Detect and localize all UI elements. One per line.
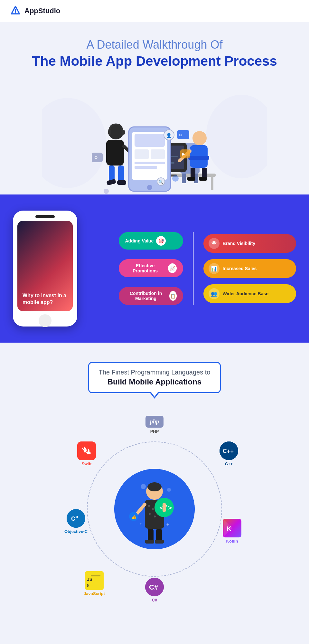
why-right: 👁 Brand Visibility 📊 Increased Sales 👥 W…: [197, 232, 296, 305]
pill-contribution-marketing: Contribution in Marketing 📋: [119, 287, 183, 305]
svg-text:JS: JS: [87, 577, 92, 582]
swift-icon: [77, 441, 96, 460]
brand-visibility-label: Brand Visibility: [223, 241, 256, 246]
phone-mockup: Why to invest in a mobile app?: [13, 211, 77, 327]
csharp-label: C#: [152, 598, 157, 602]
svg-point-61: [148, 505, 150, 507]
phone-screen-text: Why to invest in a mobile app?: [23, 292, 68, 306]
svg-rect-26: [199, 177, 207, 181]
why-content: Adding Value 🎯 Effective Promotions 📈 Co…: [90, 232, 296, 305]
svg-rect-22: [188, 156, 209, 160]
svg-rect-42: [135, 162, 165, 164]
svg-text:C#: C#: [149, 583, 158, 591]
swift-label: Swift: [81, 461, 91, 466]
logo-icon: [10, 5, 21, 17]
pill-brand-visibility: 👁 Brand Visibility: [203, 234, 296, 253]
hero-title-bold: The Mobile App Development Process: [6, 53, 303, 69]
lang-swift: Swift: [77, 441, 96, 466]
increased-sales-label: Increased Sales: [223, 266, 257, 271]
contribution-marketing-icon: 📋: [169, 291, 177, 301]
brand-visibility-icon: 👁: [209, 238, 220, 249]
csharp-icon: C#: [145, 578, 164, 596]
svg-text:C: C: [71, 516, 75, 522]
svg-point-54: [104, 189, 109, 194]
lang-diagram: </> 👍 ✦ ✦ php: [58, 412, 251, 606]
pill-adding-value: Adding Value 🎯: [119, 232, 183, 250]
svg-rect-25: [187, 177, 195, 181]
pill-effective-promotions: Effective Promotions 📈: [119, 259, 183, 277]
svg-text:▶: ▶: [182, 152, 185, 156]
logo-text: AppStudio: [24, 7, 60, 15]
svg-rect-35: [117, 180, 126, 185]
kotlin-icon: K: [223, 519, 241, 537]
lang-kotlin: K Kotlin: [223, 519, 241, 544]
adding-value-label: Adding Value: [125, 238, 154, 243]
pill-wider-audience: 👥 Wider Audience Base: [203, 284, 296, 303]
svg-text:👍: 👍: [131, 514, 137, 520]
lang-section: The Finest Programming Languages to Buil…: [0, 343, 309, 619]
svg-rect-39: [135, 134, 165, 147]
svg-point-64: [149, 513, 151, 515]
adding-value-icon: 🎯: [156, 236, 166, 246]
increased-sales-icon: 📊: [209, 263, 220, 274]
svg-point-59: [147, 482, 162, 491]
js-icon: JS 5: [85, 571, 104, 590]
hero-section: A Detailed Walkthrough Of The Mobile App…: [0, 22, 309, 194]
lang-title-bold: Build Mobile Applications: [99, 377, 211, 386]
svg-point-4: [206, 95, 267, 178]
contribution-marketing-label: Contribution in Marketing: [125, 291, 167, 301]
php-icon: php: [145, 416, 164, 428]
svg-point-3: [42, 98, 106, 188]
svg-text:👤: 👤: [166, 133, 172, 138]
lang-php: php PHP: [145, 416, 164, 434]
svg-text:C++: C++: [223, 448, 234, 454]
lang-title-box: The Finest Programming Languages to Buil…: [88, 362, 221, 393]
svg-rect-7: [211, 177, 213, 190]
svg-text:⚙: ⚙: [94, 155, 98, 160]
php-label: PHP: [150, 429, 159, 434]
svg-text:5: 5: [87, 584, 89, 587]
svg-point-20: [192, 131, 207, 145]
hero-illustration: </>: [42, 79, 267, 194]
why-divider: [193, 232, 194, 305]
svg-point-77: [167, 488, 171, 492]
pill-increased-sales: 📊 Increased Sales: [203, 259, 296, 278]
why-section: Why to invest in a mobile app? Adding Va…: [0, 194, 309, 343]
svg-rect-49: [180, 149, 190, 158]
effective-promotions-label: Effective Promotions: [125, 263, 165, 273]
js-label: JavaScript: [84, 591, 105, 596]
svg-rect-93: [91, 575, 100, 576]
why-left: Adding Value 🎯 Effective Promotions 📈 Co…: [90, 232, 190, 305]
lang-objc: C o Objective-C: [64, 509, 88, 534]
phone-home-button: [39, 314, 52, 327]
lang-csharp: C# C#: [145, 578, 164, 602]
lang-js: JS 5 JavaScript: [84, 571, 105, 596]
hero-title-light: A Detailed Walkthrough Of: [6, 38, 303, 52]
svg-point-44: [147, 185, 152, 190]
svg-point-62: [152, 508, 154, 510]
svg-text:o: o: [76, 515, 78, 519]
svg-rect-40: [135, 149, 149, 159]
svg-rect-29: [108, 130, 111, 135]
svg-rect-30: [122, 130, 125, 135]
svg-text:✦: ✦: [139, 522, 142, 526]
objc-label: Objective-C: [64, 529, 88, 534]
header: AppStudio: [0, 0, 309, 22]
svg-text:✉: ✉: [179, 133, 183, 137]
objc-icon: C o: [67, 509, 85, 528]
wider-audience-label: Wider Audience Base: [223, 291, 269, 296]
svg-rect-9: [182, 174, 186, 183]
lang-cpp: C++ C++: [220, 441, 238, 466]
lang-center-circle: </> 👍 ✦ ✦: [114, 469, 195, 549]
kotlin-label: Kotlin: [226, 539, 238, 544]
svg-rect-31: [106, 140, 124, 166]
svg-text:🔍: 🔍: [158, 179, 164, 185]
cpp-label: C++: [225, 461, 233, 466]
lang-title-light: The Finest Programming Languages to: [99, 369, 211, 376]
svg-text:✦: ✦: [166, 522, 170, 527]
cpp-icon: C++: [220, 441, 238, 460]
svg-point-65: [154, 516, 156, 517]
svg-rect-73: [155, 540, 164, 544]
svg-point-53: [172, 175, 179, 182]
phone-screen: Why to invest in a mobile app?: [17, 221, 73, 311]
